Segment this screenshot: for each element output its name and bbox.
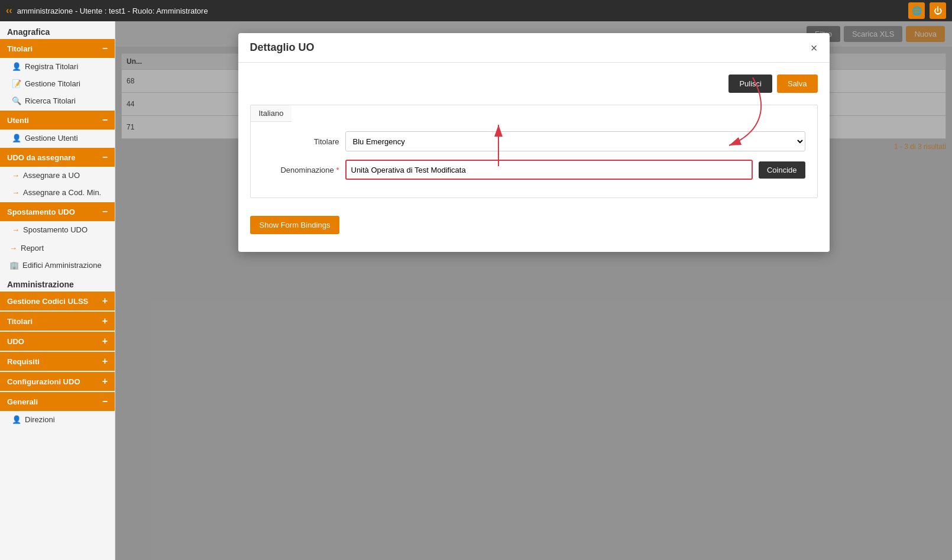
modal: Dettaglio UO × Pulisci Salva Italiano [238,33,830,252]
show-form-bindings-button[interactable]: Show Form Bindings [250,216,340,234]
generali-header[interactable]: Generali − [0,392,115,411]
udo-assegnare-toggle-icon: − [102,152,108,163]
modal-overlay: Dettaglio UO × Pulisci Salva Italiano [115,21,952,560]
search-icon: 🔍 [12,96,21,105]
content-area: Filtro Scarica XLS Nuova Un... Modifica … [115,21,952,560]
form-content: Titolare Blu Emergency Denominazione * [251,122,817,198]
sidebar-group-spostamento: Spostamento UDO − → Spostamento UDO [0,202,115,238]
menu-toggle-icon[interactable]: ‹‹ [6,5,12,16]
ricerca-titolari-label: Ricerca Titolari [25,96,76,105]
sidebar-item-gestione-titolari[interactable]: 📝 Gestione Titolari [0,75,115,92]
udo-admin-toggle: + [102,336,108,347]
sidebar-group-gestione-codici: Gestione Codici ULSS + [0,292,115,310]
sidebar-item-assegnare-cod[interactable]: → Assegnare a Cod. Min. [0,184,115,201]
topbar-icons: 🌐 ⏻ [908,2,946,19]
modal-header: Dettaglio UO × [238,33,830,63]
sidebar-group-generali: Generali − 👤 Direzioni [0,392,115,428]
edit-icon: 📝 [12,79,21,88]
sidebar-item-gestione-utenti[interactable]: 👤 Gestione Utenti [0,130,115,147]
pulisci-button[interactable]: Pulisci [728,75,772,93]
direzioni-icon: 👤 [12,415,21,424]
topbar-title: amministrazione - Utente : test1 - Ruolo… [17,7,904,15]
configurazioni-toggle: + [102,376,108,387]
titolare-select[interactable]: Blu Emergency [345,131,805,151]
arrow-icon-4: → [9,244,17,253]
titolari-toggle-icon: − [102,43,108,54]
report-label: Report [21,244,44,253]
titolare-label: Titolare [263,137,339,146]
sidebar-item-edifici[interactable]: 🏢 Edifici Amministrazione [0,257,115,274]
udo-assegnare-label: UDO da assegnare [7,153,76,162]
titolare-row: Titolare Blu Emergency [263,131,805,151]
modal-body: Pulisci Salva Italiano Titolare Blu Emer… [238,63,830,252]
gestione-codici-label: Gestione Codici ULSS [7,297,88,306]
gestione-codici-toggle: + [102,296,108,306]
sidebar-group-titolari-admin: Titolari + [0,312,115,331]
utenti-label: Utenti [7,116,29,125]
utenti-group-header[interactable]: Utenti − [0,111,115,130]
sidebar-group-utenti: Utenti − 👤 Gestione Utenti [0,111,115,147]
form-tabs: Italiano Titolare Blu Emergency [250,105,818,198]
modal-title: Dettaglio UO [250,41,315,54]
udo-admin-label: UDO [7,337,24,346]
requisiti-label: Requisiti [7,357,40,366]
form-tab-italiano[interactable]: Italiano [251,105,292,122]
generali-toggle: − [102,396,108,407]
sidebar-item-direzioni[interactable]: 👤 Direzioni [0,411,115,428]
denominazione-row: Denominazione * Coincide [263,160,805,180]
titolari-admin-header[interactable]: Titolari + [0,312,115,331]
sidebar-item-assegnare-uo[interactable]: → Assegnare a UO [0,167,115,184]
configurazioni-label: Configurazioni UDO [7,377,80,386]
arrow-icon-2: → [12,188,20,197]
sidebar-item-report[interactable]: → Report [0,239,115,257]
power-button[interactable]: ⏻ [930,2,946,19]
arrow-icon-3: → [12,225,20,234]
salva-button[interactable]: Salva [777,75,818,93]
udo-admin-header[interactable]: UDO + [0,332,115,351]
modal-toolbar: Pulisci Salva [250,75,818,93]
denominazione-label: Denominazione * [263,166,339,174]
spostamento-group-header[interactable]: Spostamento UDO − [0,202,115,221]
direzioni-label: Direzioni [25,415,55,424]
sidebar-group-udo-assegnare: UDO da assegnare − → Assegnare a UO → As… [0,148,115,201]
main-layout: Anagrafica Titolari − 👤 Registra Titolar… [0,21,952,560]
spostamento-toggle-icon: − [102,206,108,217]
anagrafica-title: Anagrafica [0,21,115,39]
spostamento-udo-label: Spostamento UDO [23,225,88,234]
titolari-admin-toggle: + [102,316,108,326]
sidebar-item-ricerca-titolari[interactable]: 🔍 Ricerca Titolari [0,92,115,109]
topbar: ‹‹ amministrazione - Utente : test1 - Ru… [0,0,952,21]
amministrazione-title: Amministrazione [0,274,115,292]
sidebar-group-titolari: Titolari − 👤 Registra Titolari 📝 Gestion… [0,39,115,109]
sidebar-group-configurazioni: Configurazioni UDO + [0,372,115,391]
sidebar: Anagrafica Titolari − 👤 Registra Titolar… [0,21,115,560]
requisiti-header[interactable]: Requisiti + [0,352,115,371]
person-icon: 👤 [12,62,21,71]
assegnare-uo-label: Assegnare a UO [23,171,80,180]
udo-assegnare-group-header[interactable]: UDO da assegnare − [0,148,115,167]
requisiti-toggle: + [102,356,108,367]
generali-label: Generali [7,397,38,406]
building-icon: 🏢 [9,261,19,270]
sidebar-item-spostamento-udo[interactable]: → Spostamento UDO [0,221,115,238]
coincide-button[interactable]: Coincide [759,161,805,179]
denominazione-input[interactable] [345,160,753,180]
show-bindings-container: Show Form Bindings [250,210,818,234]
sidebar-group-requisiti: Requisiti + [0,352,115,371]
globe-button[interactable]: 🌐 [908,2,925,19]
sidebar-group-udo-admin: UDO + [0,332,115,351]
required-marker: * [336,166,339,174]
titolari-label: Titolari [7,44,33,53]
edifici-label: Edifici Amministrazione [22,261,102,270]
user-icon: 👤 [12,134,21,143]
spostamento-label: Spostamento UDO [7,208,75,216]
utenti-toggle-icon: − [102,115,108,125]
gestione-codici-header[interactable]: Gestione Codici ULSS + [0,292,115,310]
configurazioni-header[interactable]: Configurazioni UDO + [0,372,115,391]
assegnare-cod-label: Assegnare a Cod. Min. [23,188,101,197]
registra-titolari-label: Registra Titolari [25,62,78,71]
titolari-group-header[interactable]: Titolari − [0,39,115,58]
modal-close-button[interactable]: × [811,42,818,54]
gestione-utenti-label: Gestione Utenti [25,134,78,143]
sidebar-item-registra-titolari[interactable]: 👤 Registra Titolari [0,58,115,75]
